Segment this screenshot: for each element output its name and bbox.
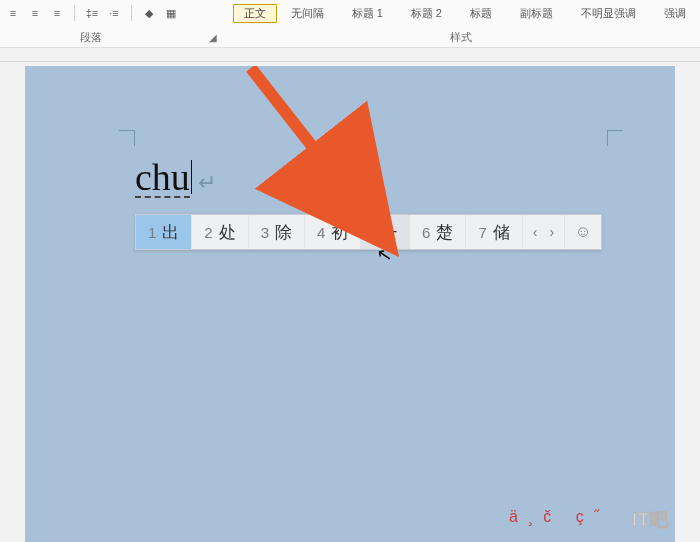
margin-corner-top-left [119, 130, 135, 146]
watermark-text: IT吧 [632, 508, 669, 532]
style-item-title[interactable]: 标题 [456, 6, 506, 21]
separator [131, 5, 132, 21]
ribbon: ≡ ≡ ≡ ‡≡ ∙≡ ◆ ▦ 段落 ◢ 正文 无间隔 标题 1 标题 2 标题… [0, 0, 700, 48]
paragraph-mark-icon: ↵ [198, 170, 216, 195]
style-item-normal[interactable]: 正文 [233, 4, 277, 23]
ime-candidate-number: 6 [422, 224, 430, 241]
ime-candidate-7[interactable]: 7 储 [466, 215, 522, 249]
paragraph-group-footer: 段落 ◢ [0, 24, 223, 45]
document-page[interactable]: chu↵ 1 出 2 处 3 除 4 初 5 ÷ [25, 66, 675, 542]
ime-next-icon[interactable]: › [545, 224, 558, 240]
ime-candidate-char: 除 [275, 221, 292, 244]
align-right-icon[interactable]: ≡ [48, 4, 66, 22]
ime-candidate-1[interactable]: 1 出 [136, 215, 192, 249]
separator [74, 5, 75, 21]
paragraph-group-label: 段落 [80, 30, 102, 45]
borders-icon[interactable]: ▦ [162, 4, 180, 22]
style-gallery[interactable]: 正文 无间隔 标题 1 标题 2 标题 副标题 不明显强调 强调 [223, 2, 700, 24]
ime-candidate-char: 储 [493, 221, 510, 244]
ime-candidate-char: ÷ [388, 222, 397, 242]
ime-candidate-char: 处 [219, 221, 236, 244]
ime-candidate-3[interactable]: 3 除 [249, 215, 305, 249]
ime-candidate-number: 2 [204, 224, 212, 241]
style-item-emphasis[interactable]: 强调 [650, 6, 700, 21]
ruler-strip [0, 48, 700, 62]
bullets-icon[interactable]: ∙≡ [105, 4, 123, 22]
footer-diacritic-text: ä¸č ç˝ [509, 508, 609, 526]
ime-candidate-5[interactable]: 5 ÷ [361, 215, 410, 249]
fill-color-icon[interactable]: ◆ [140, 4, 158, 22]
ime-candidate-number: 1 [148, 224, 156, 241]
align-left-icon[interactable]: ≡ [4, 4, 22, 22]
style-item-subtle-emphasis[interactable]: 不明显强调 [567, 6, 650, 21]
align-center-icon[interactable]: ≡ [26, 4, 44, 22]
ime-candidate-number: 3 [261, 224, 269, 241]
ime-candidate-number: 5 [373, 224, 381, 241]
style-item-nospacing[interactable]: 无间隔 [277, 6, 338, 21]
text-insertion-area[interactable]: chu↵ [135, 156, 216, 198]
ime-candidate-char: 出 [162, 221, 179, 244]
document-canvas: chu↵ 1 出 2 处 3 除 4 初 5 ÷ [0, 62, 700, 542]
ime-candidate-number: 7 [478, 224, 486, 241]
ime-candidate-6[interactable]: 6 楚 [410, 215, 466, 249]
style-item-heading2[interactable]: 标题 2 [397, 6, 456, 21]
ime-candidate-4[interactable]: 4 初 [305, 215, 361, 249]
ime-prev-icon[interactable]: ‹ [529, 224, 542, 240]
paragraph-dialog-launcher-icon[interactable]: ◢ [209, 32, 217, 43]
style-item-subtitle[interactable]: 副标题 [506, 6, 567, 21]
ime-candidate-char: 初 [331, 221, 348, 244]
ime-emoji-button[interactable]: ☺ [565, 215, 601, 249]
ime-candidate-2[interactable]: 2 处 [192, 215, 248, 249]
ribbon-paragraph-group: ≡ ≡ ≡ ‡≡ ∙≡ ◆ ▦ 段落 ◢ [0, 2, 223, 45]
smile-icon: ☺ [575, 223, 591, 241]
margin-corner-top-right [607, 130, 623, 146]
ime-candidate-number: 4 [317, 224, 325, 241]
line-spacing-icon[interactable]: ‡≡ [83, 4, 101, 22]
ime-candidate-char: 楚 [436, 221, 453, 244]
typed-composition-text: chu [135, 158, 190, 198]
ime-page-nav[interactable]: ‹ › [523, 215, 565, 249]
text-caret [191, 160, 192, 194]
ribbon-styles-group: 正文 无间隔 标题 1 标题 2 标题 副标题 不明显强调 强调 样式 [223, 2, 700, 45]
svg-line-1 [251, 68, 355, 201]
styles-group-label: 样式 [223, 24, 700, 45]
style-item-heading1[interactable]: 标题 1 [338, 6, 397, 21]
ime-candidate-bar[interactable]: 1 出 2 处 3 除 4 初 5 ÷ 6 楚 [135, 214, 602, 250]
paragraph-icons-row: ≡ ≡ ≡ ‡≡ ∙≡ ◆ ▦ [0, 2, 223, 24]
